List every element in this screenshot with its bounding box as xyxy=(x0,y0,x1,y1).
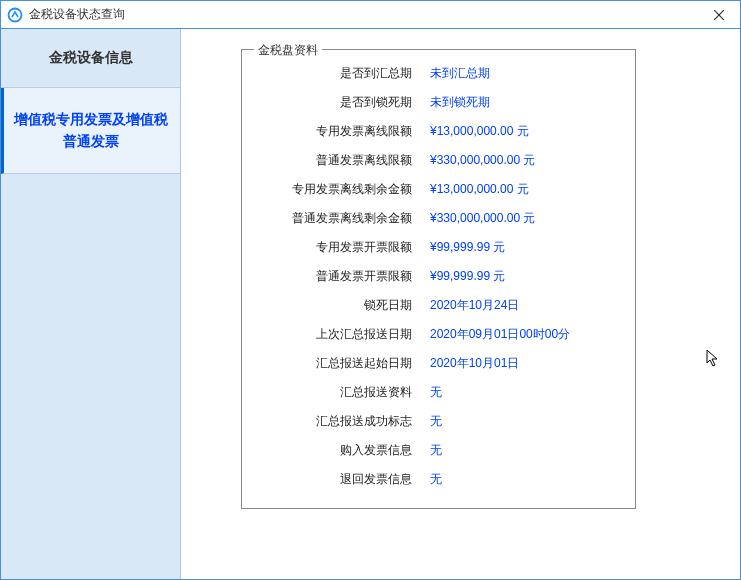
cursor-icon xyxy=(706,349,720,372)
row-summary-due: 是否到汇总期 未到汇总期 xyxy=(262,64,615,82)
label: 是否到锁死期 xyxy=(262,94,430,111)
label: 普通发票开票限额 xyxy=(262,268,430,285)
main-panel: 金税盘资料 是否到汇总期 未到汇总期 是否到锁死期 未到锁死期 专用发票离线限额… xyxy=(181,29,740,579)
value: 无 xyxy=(430,384,442,401)
label: 普通发票离线剩余金额 xyxy=(262,210,430,227)
label: 是否到汇总期 xyxy=(262,65,430,82)
label: 锁死日期 xyxy=(262,297,430,314)
sidebar-item-invoice[interactable]: 增值税专用发票及增值税普通发票 xyxy=(1,88,180,174)
titlebar: 金税设备状态查询 xyxy=(1,1,740,29)
label: 退回发票信息 xyxy=(262,471,430,488)
label: 购入发票信息 xyxy=(262,442,430,459)
label: 专用发票开票限额 xyxy=(262,239,430,256)
value: 2020年09月01日00时00分 xyxy=(430,326,570,343)
value: 无 xyxy=(430,442,442,459)
sidebar-item-label: 金税设备信息 xyxy=(49,49,133,65)
row-report-start-date: 汇总报送起始日期 2020年10月01日 xyxy=(262,354,615,372)
label: 专用发票离线限额 xyxy=(262,123,430,140)
row-return-invoice-info: 退回发票信息 无 xyxy=(262,470,615,488)
value: ¥13,000,000.00 元 xyxy=(430,181,529,198)
svg-point-0 xyxy=(9,8,22,21)
body: 金税设备信息 增值税专用发票及增值税普通发票 金税盘资料 是否到汇总期 未到汇总… xyxy=(1,29,740,579)
value: 无 xyxy=(430,413,442,430)
app-icon xyxy=(7,7,23,23)
fieldset-legend: 金税盘资料 xyxy=(254,42,322,59)
sidebar: 金税设备信息 增值税专用发票及增值税普通发票 xyxy=(1,29,181,579)
window: 金税设备状态查询 金税设备信息 增值税专用发票及增值税普通发票 金税盘资料 是否… xyxy=(0,0,741,580)
row-special-issue-limit: 专用发票开票限额 ¥99,999.99 元 xyxy=(262,238,615,256)
value: ¥99,999.99 元 xyxy=(430,268,505,285)
window-title: 金税设备状态查询 xyxy=(29,6,704,23)
value: 未到锁死期 xyxy=(430,94,490,111)
row-lock-due: 是否到锁死期 未到锁死期 xyxy=(262,93,615,111)
label: 上次汇总报送日期 xyxy=(262,326,430,343)
close-button[interactable] xyxy=(704,1,734,28)
row-report-data: 汇总报送资料 无 xyxy=(262,383,615,401)
row-report-success-flag: 汇总报送成功标志 无 xyxy=(262,412,615,430)
value: 2020年10月24日 xyxy=(430,297,519,314)
label: 汇总报送资料 xyxy=(262,384,430,401)
row-general-offline-remain: 普通发票离线剩余金额 ¥330,000,000.00 元 xyxy=(262,209,615,227)
row-last-report-date: 上次汇总报送日期 2020年09月01日00时00分 xyxy=(262,325,615,343)
row-purchase-invoice-info: 购入发票信息 无 xyxy=(262,441,615,459)
value: 2020年10月01日 xyxy=(430,355,519,372)
value: ¥99,999.99 元 xyxy=(430,239,505,256)
row-special-offline-limit: 专用发票离线限额 ¥13,000,000.00 元 xyxy=(262,122,615,140)
tax-disk-fieldset: 金税盘资料 是否到汇总期 未到汇总期 是否到锁死期 未到锁死期 专用发票离线限额… xyxy=(241,49,636,509)
label: 普通发票离线限额 xyxy=(262,152,430,169)
value: ¥330,000,000.00 元 xyxy=(430,210,535,227)
row-general-offline-limit: 普通发票离线限额 ¥330,000,000.00 元 xyxy=(262,151,615,169)
row-special-offline-remain: 专用发票离线剩余金额 ¥13,000,000.00 元 xyxy=(262,180,615,198)
sidebar-item-label: 增值税专用发票及增值税普通发票 xyxy=(14,111,168,149)
row-general-issue-limit: 普通发票开票限额 ¥99,999.99 元 xyxy=(262,267,615,285)
label: 汇总报送起始日期 xyxy=(262,355,430,372)
label: 汇总报送成功标志 xyxy=(262,413,430,430)
label: 专用发票离线剩余金额 xyxy=(262,181,430,198)
value: 未到汇总期 xyxy=(430,65,490,82)
row-lock-date: 锁死日期 2020年10月24日 xyxy=(262,296,615,314)
value: ¥13,000,000.00 元 xyxy=(430,123,529,140)
value: ¥330,000,000.00 元 xyxy=(430,152,535,169)
sidebar-item-device-info[interactable]: 金税设备信息 xyxy=(1,29,180,88)
value: 无 xyxy=(430,471,442,488)
